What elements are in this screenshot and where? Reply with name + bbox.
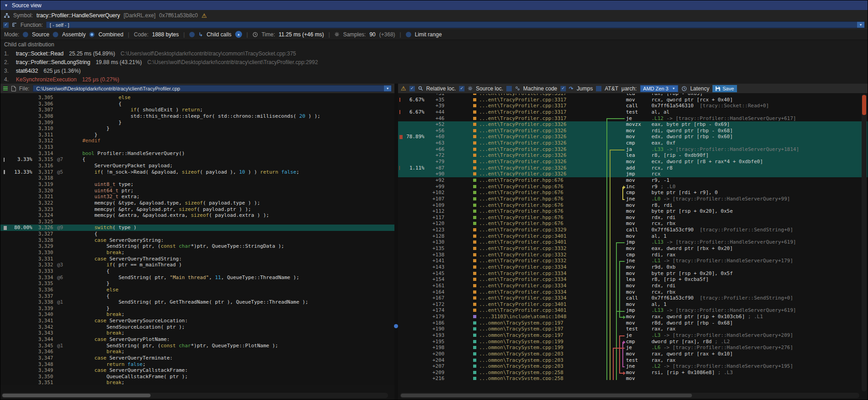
source-line[interactable]: 3,312 #endif <box>0 138 394 144</box>
asm-row[interactable]: +164 ...ent\TracyProfiler.cpp:3334 mov r… <box>398 289 868 295</box>
source-horizontal-scrollbar[interactable] <box>1 393 388 398</box>
collapse-arrow-icon[interactable]: ▼ <box>4 3 8 8</box>
asm-offset[interactable]: +123 <box>424 227 444 233</box>
radio-mode-combined-label[interactable]: Combined <box>98 31 123 38</box>
source-line-annotation[interactable] <box>53 120 67 126</box>
child-call-name[interactable]: tracy::Socket::Read <box>16 50 64 57</box>
asm-offset[interactable]: +117 <box>424 215 444 221</box>
asm-row[interactable]: +198 ...ommon\TracySystem.cpp:199 je .L6… <box>398 345 868 351</box>
source-line[interactable]: 3,337 { <box>0 293 394 300</box>
asm-mnemonic[interactable]: cmp <box>626 339 651 345</box>
asm-row[interactable]: +112 ...ent\TracyProfiler.hpp:676 mov by… <box>398 208 868 215</box>
window-titlebar[interactable]: ▼ Source view <box>0 0 868 10</box>
asm-row[interactable]: +135 ...ent\TracyProfiler.cpp:3332 mov e… <box>398 245 868 252</box>
source-line-number[interactable]: 3,336 <box>32 287 53 293</box>
asm-offset[interactable]: +90 <box>424 171 444 177</box>
limit-range-label[interactable]: Limit range <box>415 31 442 38</box>
function-combo[interactable]: [ - self - ] ▼ <box>46 21 865 28</box>
asm-row[interactable]: +209 ...ommon\TracySystem.cpp:258 mov rs… <box>398 370 868 376</box>
asm-mnemonic[interactable]: mov <box>626 220 651 227</box>
asm-source-location[interactable]: ...ommon\TracySystem.cpp:258 <box>479 375 566 380</box>
asm-row[interactable]: +143 ...ent\TracyProfiler.cpp:3334 mov r… <box>398 264 868 270</box>
asm-mnemonic[interactable]: mov <box>626 128 651 134</box>
source-line[interactable]: 3,316 ServerQueryPacket payload; <box>0 163 394 169</box>
source-line[interactable]: 3,345 @1 SendString( ptr, (const char*)p… <box>0 343 394 349</box>
source-line-annotation[interactable]: @1 <box>53 299 67 305</box>
asm-row[interactable]: +193 ...ommon\TracySystem.cpp:197 je .L3… <box>398 332 868 339</box>
asm-mnemonic[interactable]: mov <box>626 314 651 320</box>
source-line-annotation[interactable] <box>53 243 67 250</box>
pane-splitter[interactable] <box>394 84 398 400</box>
child-call-entry[interactable]: 1. tracy::Socket::Read 25.25 ms (54.89%)… <box>4 49 864 58</box>
child-call-name[interactable]: tracy::Profiler::SendLongString <box>16 59 90 65</box>
uarch-combo[interactable]: AMD Zen 3 ▼ <box>640 85 679 92</box>
asm-offset[interactable]: +35 <box>424 97 444 103</box>
source-line-number[interactable]: 3,315 <box>32 156 53 163</box>
source-line-number[interactable]: 3,337 <box>32 293 53 300</box>
source-line[interactable]: 3,328 case ServerQueryString: <box>0 237 394 244</box>
source-line-number[interactable]: 3,340 <box>32 311 53 318</box>
asm-mnemonic[interactable]: call <box>626 227 651 233</box>
source-line[interactable]: 3,351 break; <box>0 380 394 385</box>
source-line-number[interactable]: 3,312 <box>32 138 53 144</box>
relative-loc-label[interactable]: Relative loc. <box>426 85 456 92</box>
source-line[interactable]: 3,321 uint32_t extra; <box>0 194 394 200</box>
asm-row[interactable]: +120 ...ent\TracyProfiler.hpp:676 mov rc… <box>398 220 868 227</box>
source-line-number[interactable]: 3,333 <box>32 268 53 275</box>
checkbox-machine-code[interactable] <box>506 86 512 91</box>
source-line-annotation[interactable]: @1 <box>53 343 67 349</box>
source-line-annotation[interactable] <box>53 175 67 181</box>
asm-mnemonic[interactable]: mov <box>626 202 651 209</box>
asm-offset[interactable]: +154 <box>424 276 444 283</box>
asm-mnemonic[interactable]: mov <box>626 245 651 252</box>
asm-offset[interactable]: +172 <box>424 301 444 308</box>
asm-offset[interactable]: +145 <box>424 270 444 277</box>
source-line-number[interactable]: 3,344 <box>32 336 53 343</box>
source-line-number[interactable]: 3,347 <box>32 355 53 361</box>
asm-mnemonic[interactable]: mov <box>626 375 651 380</box>
asm-source-location[interactable]: ...ent\TracyProfiler.cpp:3326 <box>479 140 566 146</box>
source-line-annotation[interactable] <box>53 374 67 380</box>
source-line[interactable]: 3,340 break; <box>0 311 394 318</box>
source-line-annotation[interactable] <box>53 336 67 343</box>
source-line[interactable]: 3,322 memcpy( &type, &payload.type, size… <box>0 200 394 206</box>
source-line-annotation[interactable] <box>53 219 67 225</box>
source-line-annotation[interactable] <box>53 95 67 101</box>
source-line-annotation[interactable]: @9 <box>53 225 67 231</box>
source-line-number[interactable]: 3,349 <box>32 367 53 374</box>
asm-row[interactable]: +128 ...ent\TracyProfiler.cpp:3401 mov a… <box>398 233 868 240</box>
asm-mnemonic[interactable]: jmp <box>626 307 651 314</box>
asm-mnemonic[interactable]: mov <box>626 233 651 240</box>
asm-row[interactable]: +31 ...ent\TracyProfiler.cpp:3317 lea ra… <box>398 94 868 97</box>
asm-row[interactable]: 6.67% +44 ...ent\TracyProfiler.cpp:3317 … <box>398 109 868 115</box>
save-button[interactable]: Save <box>712 85 737 92</box>
asm-row[interactable]: +172 ...ent\TracyProfiler.cpp:3401 mov a… <box>398 301 868 308</box>
source-line-annotation[interactable] <box>53 361 67 368</box>
source-line-number[interactable]: 3,324 <box>32 212 53 219</box>
asm-source-location[interactable]: ...ent\TracyProfiler.cpp:3326 <box>479 128 566 134</box>
asm-offset[interactable]: +87 <box>424 165 444 171</box>
asm-source-location[interactable]: ...ent\TracyProfiler.hpp:676 <box>479 208 566 215</box>
source-line-number[interactable]: 3,317 <box>32 169 53 175</box>
asm-source-location[interactable]: ...ent\TracyProfiler.cpp:3332 <box>479 245 566 252</box>
source-line-annotation[interactable] <box>53 231 67 237</box>
asm-row[interactable]: +79 ...ent\TracyProfiler.cpp:3326 mov ec… <box>398 159 868 165</box>
source-line[interactable]: 3,338 @1 SendString( ptr, GetThreadName(… <box>0 299 394 305</box>
source-line[interactable]: 3,310 } <box>0 125 394 132</box>
asm-source-location[interactable]: ...ent\TracyProfiler.cpp:3334 <box>479 270 566 277</box>
latency-label[interactable]: Latency <box>690 85 709 92</box>
asm-offset[interactable]: +56 <box>424 128 444 134</box>
file-combo[interactable]: C:\Users\wolf\Desktop\darkrl\contrib\tra… <box>33 85 392 92</box>
asm-row[interactable]: +92 ...ent\TracyProfiler.hpp:676 mov r9,… <box>398 177 868 184</box>
asm-mnemonic[interactable]: mov <box>626 264 651 270</box>
checkbox-relative-loc[interactable] <box>409 86 415 91</box>
source-line-number[interactable]: 3,321 <box>32 194 53 200</box>
asm-offset[interactable]: +63 <box>424 140 444 146</box>
source-line[interactable]: 3,314 bool Profiler::HandleServerQuery() <box>0 150 394 157</box>
source-line-number[interactable]: 3,328 <box>32 237 53 244</box>
source-line-annotation[interactable] <box>53 311 67 318</box>
asm-row[interactable]: +39 ...ent\TracyProfiler.cpp:3317 call 0… <box>398 103 868 109</box>
asm-row[interactable]: +138 ...ent\TracyProfiler.cpp:3332 cmp r… <box>398 252 868 258</box>
machine-code-label[interactable]: Machine code <box>523 85 557 92</box>
source-line-number[interactable]: 3,305 <box>32 95 53 101</box>
